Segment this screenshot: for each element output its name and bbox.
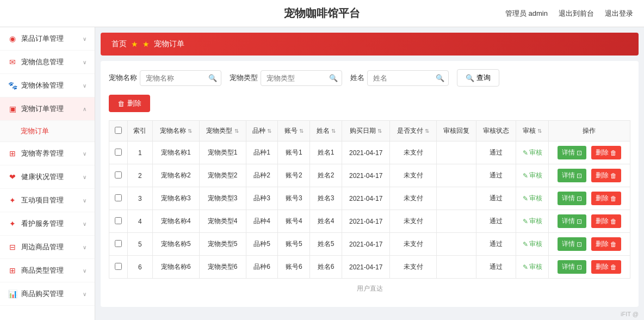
row-checkbox-2[interactable]	[115, 194, 122, 201]
sidebar-item-pet-orders[interactable]: ▣ 宠物订单管理 ∧	[0, 97, 95, 121]
detail-button-5[interactable]: 详情 ⊡	[558, 260, 586, 274]
sort-paid-icon[interactable]: ⇅	[425, 128, 429, 134]
sort-pet-name-icon[interactable]: ⇅	[188, 128, 192, 134]
row-checkbox-3[interactable]	[115, 217, 122, 224]
sidebar-item-interactive[interactable]: ✦ 互动项目管理 ∨	[0, 189, 95, 212]
main-content: 首页 ★ ★ 宠物订单 宠物名称 🔍 宠物类型	[95, 27, 644, 320]
sort-account-icon[interactable]: ⇅	[299, 128, 304, 134]
cell-operations: 详情 ⊡ 删除 🗑	[548, 164, 630, 187]
row-delete-icon: 🗑	[610, 149, 617, 157]
pet-info-arrow-icon: ∨	[83, 59, 86, 65]
audit-button-4[interactable]: ✎ 审核	[523, 239, 542, 249]
cell-index: 4	[127, 210, 152, 233]
sidebar-item-peripheral[interactable]: ⊟ 周边商品管理 ∨	[0, 236, 95, 259]
row-delete-button-3[interactable]: 删除 🗑	[591, 214, 621, 228]
cell-is-paid: 未支付	[390, 210, 437, 233]
pet-name-input-wrap: 🔍	[140, 70, 221, 86]
cell-pet-name: 宠物名称6	[152, 256, 199, 279]
sidebar-item-goods-type[interactable]: ⊞ 商品类型管理 ∨	[0, 259, 95, 282]
cell-audit-reply	[437, 256, 476, 279]
cell-breed: 品种3	[246, 187, 278, 210]
cell-index: 6	[127, 256, 152, 279]
owner-name-label: 姓名	[350, 73, 364, 83]
detail-button-0[interactable]: 详情 ⊡	[558, 146, 586, 159]
breadcrumb-current: 宠物订单	[154, 39, 184, 49]
cell-checkbox	[109, 210, 128, 233]
search-icon-btn: 🔍	[466, 74, 474, 82]
cell-checkbox	[109, 256, 128, 279]
sort-name-icon[interactable]: ⇅	[331, 128, 336, 134]
sidebar-item-pet-foster[interactable]: ⊞ 宠物寄养管理 ∨	[0, 142, 95, 165]
cell-account: 账号5	[278, 233, 310, 256]
sidebar-item-purchase[interactable]: 📊 商品购买管理 ∨	[0, 282, 95, 306]
pet-name-label: 宠物名称	[109, 73, 137, 83]
row-delete-button-1[interactable]: 删除 🗑	[591, 169, 621, 182]
cell-breed: 品种4	[246, 210, 278, 233]
row-delete-icon: 🗑	[610, 218, 617, 225]
sidebar-item-pet-experience[interactable]: 🐾 宠物休验管理 ∨	[0, 74, 95, 97]
peripheral-arrow-icon: ∨	[83, 244, 86, 250]
search-group-pet-name: 宠物名称 🔍	[109, 70, 221, 86]
audit-button-3[interactable]: ✎ 审核	[523, 217, 542, 226]
sidebar-item-interactive-label: 互动项目管理	[21, 195, 83, 205]
select-all-checkbox[interactable]	[115, 127, 122, 134]
peripheral-icon: ⊟	[8, 243, 17, 251]
cell-is-paid: 未支付	[390, 164, 437, 187]
row-delete-button-0[interactable]: 删除 🗑	[591, 146, 621, 159]
row-delete-button-4[interactable]: 删除 🗑	[591, 237, 621, 251]
audit-button-2[interactable]: ✎ 审核	[523, 194, 542, 203]
sidebar-item-pet-info[interactable]: ✉ 宠物信息管理 ∨	[0, 51, 95, 74]
pet-experience-arrow-icon: ∨	[83, 83, 86, 89]
search-button-label: 查询	[476, 73, 491, 83]
sidebar-item-menu-orders-label: 菜品订单管理	[21, 34, 83, 44]
row-delete-button-5[interactable]: 删除 🗑	[591, 260, 621, 274]
cell-purchase-date: 2021-04-17	[342, 256, 390, 279]
sidebar-item-menu-orders[interactable]: ◉ 菜品订单管理 ∨	[0, 27, 95, 51]
table-row: 1 宠物名称1 宠物类型1 品种1 账号1 姓名1 2021-04-17 未支付…	[109, 141, 630, 164]
cell-purchase-date: 2021-04-17	[342, 141, 390, 164]
content-area: 宠物名称 🔍 宠物类型 🔍 姓名	[101, 61, 639, 307]
cell-audit-reply	[437, 210, 476, 233]
sort-date-icon[interactable]: ⇅	[377, 128, 382, 134]
sidebar-subitem-pet-orders[interactable]: 宠物订单	[0, 121, 95, 142]
search-button[interactable]: 🔍 查询	[457, 69, 499, 87]
row-delete-icon: 🗑	[610, 172, 617, 180]
sidebar-item-pet-orders-label: 宠物订单管理	[21, 104, 83, 114]
sidebar-item-care[interactable]: ✦ 看护服务管理 ∨	[0, 212, 95, 236]
detail-btn-label: 详情	[562, 239, 575, 249]
cell-pet-type: 宠物类型2	[199, 164, 246, 187]
batch-delete-button[interactable]: 🗑 删除	[109, 95, 150, 112]
goods-type-icon: ⊞	[8, 266, 17, 275]
cell-audit-status: 通过	[476, 210, 516, 233]
sort-breed-icon[interactable]: ⇅	[267, 128, 271, 134]
cell-operations: 详情 ⊡ 删除 🗑	[548, 210, 630, 233]
detail-button-3[interactable]: 详情 ⊡	[558, 214, 586, 228]
detail-button-1[interactable]: 详情 ⊡	[558, 169, 586, 182]
row-delete-btn-label: 删除	[596, 171, 609, 180]
audit-button-1[interactable]: ✎ 审核	[523, 171, 542, 180]
audit-btn-label: 审核	[529, 171, 542, 180]
pet-orders-icon: ▣	[8, 104, 17, 113]
row-checkbox-0[interactable]	[115, 149, 122, 156]
row-checkbox-4[interactable]	[115, 240, 122, 247]
cell-pet-name: 宠物名称3	[152, 187, 199, 210]
detail-btn-label: 详情	[562, 217, 575, 226]
audit-button-0[interactable]: ✎ 审核	[523, 148, 542, 157]
sort-audit-icon[interactable]: ⇅	[537, 128, 542, 134]
search-group-owner-name: 姓名 🔍	[350, 70, 449, 86]
sidebar-item-health[interactable]: ❤ 健康状况管理 ∨	[0, 165, 95, 189]
logout-link[interactable]: 退出登录	[605, 9, 633, 19]
row-checkbox-1[interactable]	[115, 171, 122, 179]
row-checkbox-5[interactable]	[115, 263, 122, 270]
sort-pet-type-icon[interactable]: ⇅	[234, 128, 239, 134]
row-delete-icon: 🗑	[610, 241, 617, 248]
audit-edit-icon: ✎	[523, 241, 528, 248]
back-to-front-link[interactable]: 退出到前台	[559, 9, 594, 19]
sidebar-item-pet-info-label: 宠物信息管理	[21, 57, 83, 67]
row-delete-button-2[interactable]: 删除 🗑	[591, 192, 621, 205]
detail-button-4[interactable]: 详情 ⊡	[558, 237, 586, 251]
action-bar: 🗑 删除	[109, 95, 630, 112]
audit-button-5[interactable]: ✎ 审核	[523, 262, 542, 272]
detail-button-2[interactable]: 详情 ⊡	[558, 192, 586, 205]
cell-purchase-date: 2021-04-17	[342, 187, 390, 210]
